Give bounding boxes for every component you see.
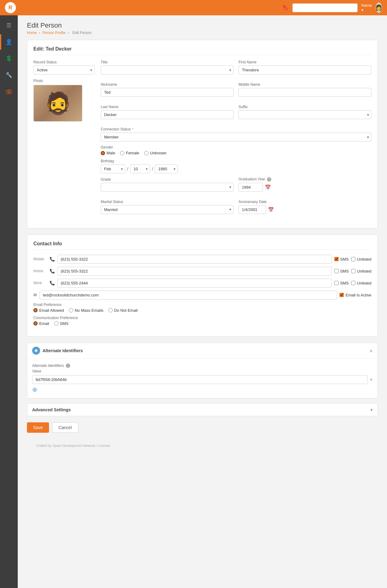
work-sms-checkbox[interactable] (334, 281, 339, 285)
work-row: Work 📞 SMS Unlisted (33, 279, 371, 288)
sidebar-item-finance[interactable]: 💲 (0, 51, 18, 66)
home-sms-check[interactable]: SMS (334, 269, 349, 273)
gender-unknown-radio[interactable] (144, 151, 148, 155)
work-sms-check[interactable]: SMS (334, 281, 349, 285)
first-name-input[interactable] (239, 66, 371, 74)
mobile-sms-checkbox[interactable] (334, 257, 339, 261)
first-name-label: First Name (239, 60, 371, 64)
alt-id-add-button[interactable]: ⊕ (32, 386, 37, 393)
suffix-group: Suffix Jr. Sr. III (239, 105, 371, 119)
sidebar-item-tools[interactable]: 🔧 (0, 67, 18, 83)
email-allowed-radio[interactable] (33, 308, 38, 312)
mobile-sms-check[interactable]: SMS (334, 257, 349, 262)
bookmark-icon[interactable]: 🔖 (282, 4, 289, 11)
comm-email-radio[interactable] (33, 321, 38, 326)
alt-id-info-icon[interactable]: i (66, 364, 70, 368)
work-unlisted-check[interactable]: Unlisted (351, 281, 371, 285)
comm-sms-radio[interactable] (54, 321, 58, 326)
advanced-settings-header[interactable]: Advanced Settings ▾ (27, 404, 378, 416)
graduation-year-calendar-icon[interactable]: 📅 (265, 184, 271, 190)
mobile-phone-input[interactable] (57, 255, 332, 264)
anniversary-date-group: Anniversary Date 📅 (239, 200, 371, 214)
home-row: Home 📞 SMS Unlisted (33, 267, 371, 276)
email-active-check[interactable]: Email Is Active (340, 293, 371, 297)
alt-id-collapse-icon[interactable]: ∧ (370, 348, 373, 353)
email-active-checkbox[interactable] (340, 293, 344, 297)
no-mass-emails-radio[interactable] (69, 308, 73, 312)
mobile-sms-label: SMS (340, 257, 349, 262)
nickname-input[interactable] (101, 88, 234, 97)
title-group: Title Mr. Mrs. Dr. (101, 60, 234, 74)
advanced-settings-title: Advanced Settings (32, 407, 71, 412)
avatar[interactable]: 👩 (376, 2, 382, 13)
home-sms-checkbox[interactable] (334, 269, 339, 273)
connection-status-select[interactable]: Member Visitor Attendee Staff (101, 133, 371, 141)
main-edit-card: Edit: Ted Decker Record Status Active In… (27, 40, 378, 228)
anniversary-calendar-icon[interactable]: 📅 (268, 207, 274, 213)
main-content: Edit Person Home › Person Profile › Edit… (18, 15, 387, 588)
email-active-label: Email Is Active (345, 293, 371, 297)
home-unlisted-checkbox[interactable] (351, 269, 355, 273)
grade-select[interactable]: K 1 2 3 (101, 183, 234, 192)
marital-status-select[interactable]: Single Married Divorced Widowed Unknown (101, 205, 234, 214)
last-name-input[interactable] (101, 110, 234, 119)
home-phone-input[interactable] (57, 267, 332, 276)
tools-icon: 🔧 (6, 72, 12, 78)
mobile-unlisted-checkbox[interactable] (351, 257, 355, 261)
no-mass-emails-option[interactable]: No Mass Emails (69, 308, 103, 313)
alt-id-remove-button[interactable]: × (370, 377, 373, 383)
home-unlisted-check[interactable]: Unlisted (351, 269, 371, 273)
email-input[interactable] (39, 291, 337, 300)
anniversary-date-input[interactable] (239, 205, 266, 214)
last-name-label: Last Name (101, 105, 234, 109)
comm-sms-option[interactable]: SMS (54, 321, 69, 326)
email-allowed-option[interactable]: Email Allowed (33, 308, 64, 313)
middle-name-input[interactable] (239, 88, 371, 97)
breadcrumb-home[interactable]: Home (27, 31, 37, 35)
birthday-month-select[interactable]: Jan Feb Mar Apr May Jun Jul Aug Sep Oc (101, 164, 125, 173)
cancel-button[interactable]: Cancel (52, 422, 78, 433)
gender-male-radio[interactable] (101, 151, 105, 155)
gender-female-radio[interactable] (120, 151, 124, 155)
suffix-select[interactable]: Jr. Sr. III (239, 110, 371, 119)
mobile-unlisted-label: Unlisted (357, 257, 371, 262)
comm-email-option[interactable]: Email (33, 321, 49, 326)
work-phone-icon: 📞 (50, 281, 55, 285)
do-not-email-option[interactable]: Do Not Email (108, 308, 138, 313)
alt-id-badge: ✱ (32, 347, 40, 355)
app-logo[interactable]: R (5, 2, 16, 13)
work-unlisted-checkbox[interactable] (351, 281, 355, 285)
sidebar-item-dashboard[interactable]: ☰ (0, 18, 18, 33)
page-header: Edit Person Home › Person Profile › Edit… (27, 21, 378, 35)
birthday-year-select[interactable]: 1979 1980 1981 (155, 164, 178, 173)
title-select[interactable]: Mr. Mrs. Dr. (101, 66, 234, 74)
gender-female[interactable]: Female (120, 151, 139, 155)
user-name-dropdown[interactable]: Name ▾ (361, 3, 372, 12)
search-input[interactable] (292, 3, 358, 12)
gender-male[interactable]: Male (101, 151, 115, 155)
mobile-phone-icon: 📞 (50, 257, 55, 262)
footer: Crafted by Spark Development Network / L… (27, 439, 378, 452)
advanced-settings-collapse-icon[interactable]: ▾ (370, 407, 373, 412)
alt-identifiers-title: Alternate Identifiers (43, 348, 83, 353)
alt-id-value-input[interactable] (32, 375, 367, 384)
birthday-day-select[interactable]: 1234 5678 910 (130, 164, 150, 173)
comm-pref-group: Communication Preference Email SMS (33, 316, 371, 326)
sidebar-item-jobs[interactable]: 💼 (0, 84, 18, 99)
sidebar-item-person[interactable]: 👤 (0, 34, 18, 50)
comm-pref-radio-group: Email SMS (33, 321, 371, 326)
work-phone-input[interactable] (57, 279, 332, 288)
email-row: ✉ Email Is Active (33, 291, 371, 300)
do-not-email-radio[interactable] (108, 308, 113, 312)
breadcrumb-person-profile[interactable]: Person Profile (43, 31, 66, 35)
graduation-year-info-icon[interactable]: i (267, 177, 271, 182)
person-icon: 👤 (6, 39, 12, 45)
graduation-year-input[interactable] (239, 183, 263, 192)
mobile-unlisted-check[interactable]: Unlisted (351, 257, 371, 262)
birthday-label: Birthday (101, 159, 371, 163)
save-button[interactable]: Save (27, 422, 49, 433)
form-left: Record Status Active Inactive Pending Ph… (33, 60, 95, 222)
gender-unknown[interactable]: Unknown (144, 151, 167, 155)
record-status-select[interactable]: Active Inactive Pending (33, 66, 95, 74)
alt-identifiers-header[interactable]: ✱ Alternate Identifiers ∧ (27, 343, 378, 358)
